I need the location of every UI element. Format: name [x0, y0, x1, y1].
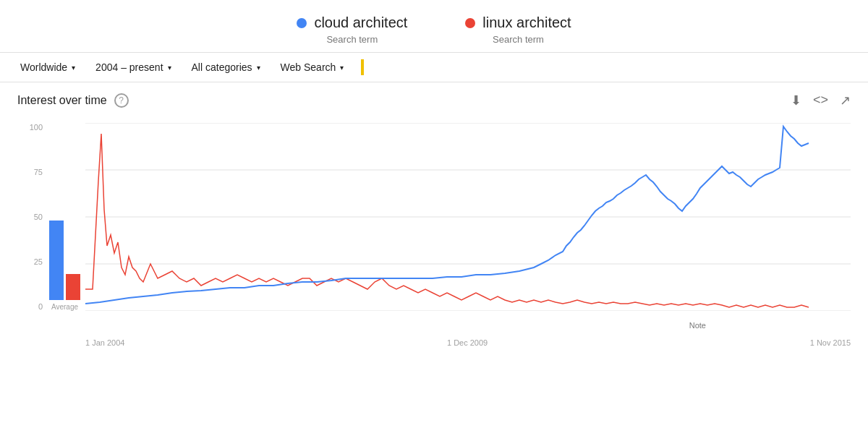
region-filter[interactable]: Worldwide ▾ — [14, 59, 81, 76]
blue-line — [85, 127, 809, 304]
chart-actions: ⬇ <> ↗ — [791, 93, 851, 108]
legend-item-linux-architect: linux architect Search term — [465, 14, 571, 45]
region-arrow-icon: ▾ — [72, 64, 75, 72]
yellow-highlight-bar — [361, 59, 364, 75]
cloud-architect-type: Search term — [326, 34, 378, 45]
y-label-75: 75 — [17, 168, 43, 176]
category-filter[interactable]: All categories ▾ — [186, 59, 266, 76]
linux-architect-type: Search term — [493, 34, 544, 45]
legend-item-cloud-architect: cloud architect Search term — [297, 14, 407, 45]
linux-architect-label: linux architect — [482, 14, 571, 31]
y-label-50: 50 — [17, 213, 43, 221]
category-arrow-icon: ▾ — [257, 64, 260, 72]
download-icon[interactable]: ⬇ — [791, 93, 801, 108]
avg-label: Average — [51, 303, 78, 311]
cloud-architect-label: cloud architect — [314, 14, 407, 31]
chart-title: Interest over time — [17, 94, 107, 107]
time-range-arrow-icon: ▾ — [168, 64, 171, 72]
embed-icon[interactable]: <> — [813, 93, 828, 108]
x-label-2009: 1 Dec 2009 — [447, 338, 488, 347]
share-icon[interactable]: ↗ — [840, 93, 851, 108]
time-range-label: 2004 – present — [95, 61, 163, 73]
note-label: Note — [689, 321, 706, 330]
time-range-filter[interactable]: 2004 – present ▾ — [90, 59, 176, 76]
y-label-25: 25 — [17, 257, 43, 266]
red-line — [85, 134, 809, 307]
chart-header: Interest over time ? ⬇ <> ↗ — [0, 82, 868, 116]
help-label: ? — [119, 95, 124, 106]
x-label-2015: 1 Nov 2015 — [810, 338, 851, 347]
grid-svg — [85, 123, 851, 311]
y-label-0: 0 — [17, 302, 43, 311]
help-icon[interactable]: ? — [114, 93, 129, 108]
category-label: All categories — [192, 61, 252, 73]
search-type-filter[interactable]: Web Search ▾ — [275, 59, 350, 76]
x-label-2004: 1 Jan 2004 — [85, 338, 124, 347]
search-type-arrow-icon: ▾ — [340, 64, 344, 72]
search-type-label: Web Search — [281, 61, 336, 73]
cloud-architect-dot — [297, 18, 307, 28]
avg-bar-blue — [49, 221, 64, 300]
chart-section: Interest over time ? ⬇ <> ↗ 0 25 50 75 1… — [0, 82, 868, 361]
region-label: Worldwide — [20, 61, 67, 73]
linux-architect-dot — [465, 18, 475, 28]
avg-bar-red — [66, 274, 80, 300]
y-label-100: 100 — [17, 123, 43, 132]
filters-bar: Worldwide ▾ 2004 – present ▾ All categor… — [0, 52, 868, 82]
legend-bar: cloud architect Search term linux archit… — [0, 0, 868, 52]
